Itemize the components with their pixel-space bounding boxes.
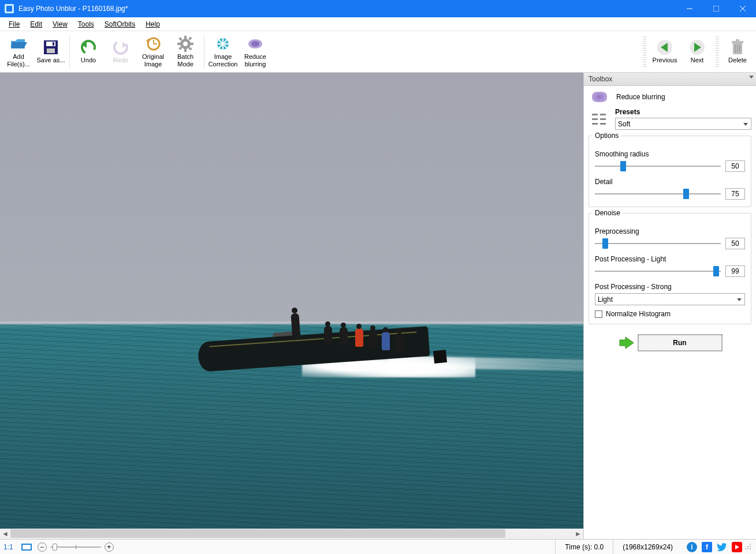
scroll-right-icon[interactable]: ►	[573, 529, 583, 539]
presets-select[interactable]: Soft	[615, 118, 751, 130]
toolbar-grip	[716, 36, 719, 68]
postlight-value[interactable]: 99	[725, 265, 745, 277]
save-as-button[interactable]: Save as...	[35, 32, 67, 72]
save-icon	[42, 39, 60, 55]
denoise-group: Denoise Preprocessing 50 Post Processing…	[589, 213, 751, 324]
svg-rect-6	[47, 48, 55, 53]
sliders-icon	[592, 113, 607, 125]
trash-icon	[728, 39, 747, 55]
toolbox-header[interactable]: Toolbox	[584, 73, 756, 86]
youtube-icon[interactable]	[732, 542, 742, 552]
app-icon	[5, 4, 14, 13]
title-bar: Easy Photo Unblur - P1160168.jpg*	[0, 0, 756, 17]
next-button[interactable]: Next	[681, 32, 713, 72]
menu-tools[interactable]: Tools	[73, 19, 99, 29]
checkbox-box	[595, 310, 602, 318]
svg-marker-44	[735, 545, 739, 549]
svg-point-10	[113, 40, 129, 55]
window-title: Easy Photo Unblur - P1160168.jpg*	[18, 5, 676, 13]
facebook-icon[interactable]: f	[702, 542, 712, 552]
zoom-out-button[interactable]: −	[38, 542, 47, 552]
toolbar: Add File(s)... Save as... Undo Redo Orig…	[0, 31, 756, 73]
toolbox-mode-label: Reduce blurring	[616, 93, 665, 101]
menu-file[interactable]: File	[3, 19, 25, 29]
normalize-histogram-checkbox[interactable]: Normalize Histogram	[595, 310, 745, 318]
undo-icon	[79, 39, 98, 55]
zoom-in-button[interactable]: +	[105, 542, 114, 552]
svg-rect-39	[736, 39, 739, 42]
batch-mode-button[interactable]: Batch Mode	[169, 32, 202, 72]
preprocessing-value[interactable]: 50	[725, 238, 745, 249]
detail-label: Detail	[595, 178, 745, 186]
toolbar-grip	[643, 36, 646, 68]
preprocessing-slider[interactable]	[595, 243, 721, 244]
svg-rect-7	[53, 42, 54, 46]
preprocessing-label: Preprocessing	[595, 227, 745, 235]
menu-view[interactable]: View	[47, 19, 73, 29]
blur-icon	[246, 36, 265, 52]
sparkle-icon	[214, 36, 232, 52]
poststrong-label: Post Processing - Strong	[595, 283, 745, 291]
detail-slider[interactable]	[595, 193, 721, 194]
smoothing-label: Smoothing radius	[595, 150, 745, 158]
postlight-slider[interactable]	[595, 271, 721, 272]
history-icon	[144, 36, 162, 52]
scroll-thumb[interactable]	[10, 529, 505, 538]
info-icon[interactable]: i	[687, 542, 697, 552]
svg-rect-18	[184, 36, 187, 39]
reduce-blurring-button[interactable]: Reduce blurring	[239, 32, 271, 72]
image-subject-boat	[198, 305, 435, 380]
svg-rect-22	[178, 37, 182, 40]
blur-icon	[592, 92, 607, 102]
svg-point-8	[80, 40, 96, 55]
arrow-left-icon	[656, 39, 674, 55]
menu-bar: File Edit View Tools SoftOrbits Help	[0, 17, 756, 31]
undo-button[interactable]: Undo	[72, 32, 105, 72]
detail-value[interactable]: 75	[725, 188, 745, 200]
arrow-right-icon	[688, 39, 706, 55]
svg-point-32	[251, 41, 259, 47]
gear-icon	[176, 36, 195, 52]
smoothing-value[interactable]: 50	[725, 160, 745, 172]
toolbox-panel: Toolbox Reduce blurring Presets Soft Opt…	[583, 73, 756, 539]
run-arrow-icon	[619, 335, 635, 351]
redo-button: Redo	[105, 32, 137, 72]
svg-point-17	[183, 42, 188, 46]
presets-label: Presets	[615, 108, 640, 116]
folder-open-icon	[9, 36, 28, 52]
smoothing-slider[interactable]	[595, 166, 721, 167]
fit-screen-icon[interactable]	[21, 544, 32, 551]
minimize-button[interactable]	[676, 0, 703, 17]
maximize-button[interactable]	[703, 0, 729, 17]
poststrong-select[interactable]: Light	[595, 293, 745, 305]
svg-rect-19	[184, 48, 187, 52]
delete-button[interactable]: Delete	[721, 32, 754, 72]
options-group: Options Smoothing radius 50 Detail 75	[589, 136, 751, 207]
menu-softorbits[interactable]: SoftOrbits	[99, 19, 140, 29]
menu-help[interactable]: Help	[140, 19, 165, 29]
previous-button[interactable]: Previous	[649, 32, 681, 72]
svg-marker-43	[620, 337, 634, 349]
zoom-slider[interactable]	[50, 546, 101, 548]
scroll-left-icon[interactable]: ◄	[0, 529, 10, 539]
zoom-ratio[interactable]: 1:1	[3, 543, 13, 551]
chevron-down-icon	[749, 76, 754, 78]
run-button[interactable]: Run	[638, 335, 722, 351]
svg-rect-21	[190, 43, 193, 45]
add-files-button[interactable]: Add File(s)...	[2, 32, 35, 72]
image-viewport[interactable]: ◄ ►	[0, 73, 583, 539]
svg-rect-20	[177, 43, 181, 45]
svg-rect-1	[713, 6, 719, 12]
redo-icon	[111, 39, 130, 55]
menu-edit[interactable]: Edit	[25, 19, 47, 29]
horizontal-scrollbar[interactable]: ◄ ►	[0, 529, 583, 539]
status-bar: 1:1 − + Time (s): 0.0 (1968x1269x24) i f	[0, 539, 756, 554]
postlight-label: Post Processing - Light	[595, 255, 745, 263]
status-dimensions: (1968x1269x24)	[613, 540, 682, 554]
status-time: Time (s): 0.0	[555, 540, 613, 554]
twitter-icon[interactable]	[717, 542, 727, 552]
image-correction-button[interactable]: Image Correction	[207, 32, 239, 72]
original-image-button[interactable]: Original Image	[137, 32, 169, 72]
close-button[interactable]	[729, 0, 756, 17]
resize-grip[interactable]	[744, 543, 753, 551]
